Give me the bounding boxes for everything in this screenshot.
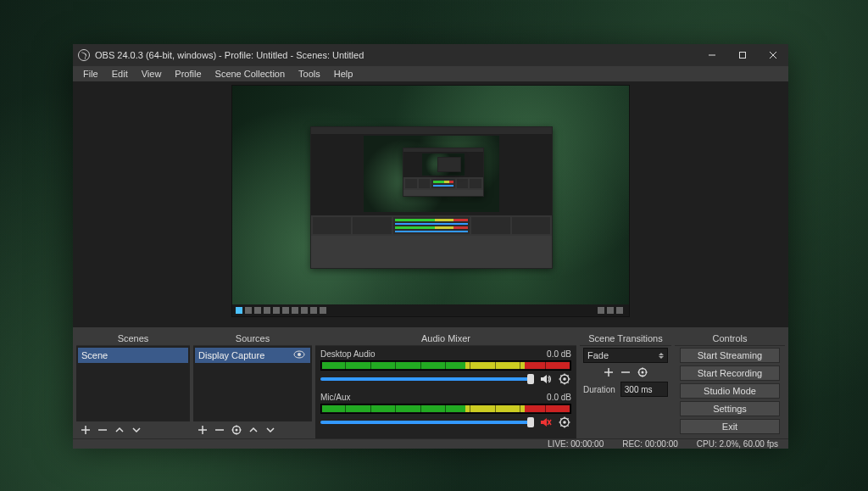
scene-item[interactable]: Scene bbox=[78, 348, 188, 363]
svg-marker-29 bbox=[541, 418, 547, 427]
menu-help[interactable]: Help bbox=[327, 66, 360, 81]
minimize-button[interactable] bbox=[697, 44, 727, 66]
mixer-channel-name: Desktop Audio bbox=[320, 349, 376, 359]
svg-point-46 bbox=[642, 371, 644, 374]
status-rec: REC: 00:00:00 bbox=[622, 439, 678, 449]
duration-input[interactable]: 300 ms bbox=[620, 382, 668, 397]
volume-slider[interactable] bbox=[320, 421, 534, 424]
menu-view[interactable]: View bbox=[135, 66, 169, 81]
gear-icon[interactable] bbox=[558, 416, 571, 429]
volume-meter bbox=[320, 360, 571, 371]
controls-panel: Controls Start Streaming Start Recording… bbox=[675, 331, 785, 438]
menu-scene-collection[interactable]: Scene Collection bbox=[209, 66, 292, 81]
duration-label: Duration bbox=[583, 385, 615, 394]
svg-point-33 bbox=[563, 421, 566, 424]
scene-transitions-panel: Scene Transitions Fade Duration 300 ms bbox=[580, 331, 671, 438]
studio-mode-button[interactable]: Studio Mode bbox=[680, 383, 780, 399]
mixer-channel-db: 0.0 dB bbox=[547, 393, 571, 402]
window-title: OBS 24.0.3 (64-bit, windows) - Profile: … bbox=[95, 50, 697, 60]
duration-value: 300 ms bbox=[625, 385, 653, 394]
add-scene-button[interactable] bbox=[80, 424, 92, 436]
titlebar: OBS 24.0.3 (64-bit, windows) - Profile: … bbox=[73, 44, 788, 66]
source-move-down-button[interactable] bbox=[264, 424, 276, 436]
scenes-toolbar bbox=[76, 421, 190, 438]
status-live: LIVE: 00:00:00 bbox=[548, 439, 604, 449]
transition-selected-label: Fade bbox=[587, 350, 609, 360]
menubar: File Edit View Profile Scene Collection … bbox=[73, 66, 788, 81]
visibility-toggle-icon[interactable] bbox=[292, 350, 307, 360]
close-button[interactable] bbox=[758, 44, 788, 66]
sources-header: Sources bbox=[193, 331, 312, 346]
start-recording-button[interactable]: Start Recording bbox=[680, 365, 780, 381]
transition-select[interactable]: Fade bbox=[583, 348, 668, 363]
start-streaming-button[interactable]: Start Streaming bbox=[680, 348, 780, 363]
svg-marker-18 bbox=[541, 375, 547, 383]
preview-canvas[interactable] bbox=[231, 85, 630, 317]
dock: Scenes Scene Sources Display Capture bbox=[73, 327, 788, 438]
volume-slider[interactable] bbox=[320, 377, 534, 381]
captured-taskbar bbox=[232, 304, 629, 316]
source-item[interactable]: Display Capture bbox=[195, 348, 310, 363]
svg-point-13 bbox=[236, 429, 238, 432]
controls-header: Controls bbox=[675, 331, 785, 346]
sources-list[interactable]: Display Capture bbox=[193, 346, 312, 421]
audio-mixer-body: Desktop Audio 0.0 dB bbox=[315, 346, 576, 438]
gear-icon[interactable] bbox=[558, 372, 571, 386]
mixer-channel-name: Mic/Aux bbox=[320, 393, 351, 402]
speaker-icon[interactable] bbox=[539, 372, 553, 386]
sources-toolbar bbox=[193, 421, 312, 438]
transition-properties-button[interactable] bbox=[637, 366, 648, 378]
mixer-channel-mic: Mic/Aux 0.0 dB bbox=[317, 391, 575, 434]
svg-point-8 bbox=[298, 353, 301, 356]
remove-source-button[interactable] bbox=[214, 424, 225, 436]
obs-window: OBS 24.0.3 (64-bit, windows) - Profile: … bbox=[73, 44, 788, 439]
exit-button[interactable]: Exit bbox=[680, 419, 780, 434]
settings-button[interactable]: Settings bbox=[680, 401, 780, 416]
scene-item-label: Scene bbox=[81, 350, 108, 360]
scene-transitions-header: Scene Transitions bbox=[580, 331, 671, 346]
add-source-button[interactable] bbox=[197, 424, 209, 436]
preview-area bbox=[73, 81, 788, 327]
mixer-channel-db: 0.0 dB bbox=[547, 349, 571, 359]
status-cpu: CPU: 2.0%, 60.00 fps bbox=[697, 439, 778, 449]
source-item-label: Display Capture bbox=[198, 350, 264, 360]
source-move-up-button[interactable] bbox=[248, 424, 259, 436]
menu-edit[interactable]: Edit bbox=[105, 66, 135, 81]
nested-desktop-capture bbox=[310, 126, 553, 269]
scenes-list[interactable]: Scene bbox=[76, 346, 190, 421]
audio-mixer-panel: Audio Mixer Desktop Audio 0.0 dB bbox=[315, 331, 576, 438]
audio-mixer-header: Audio Mixer bbox=[315, 331, 576, 346]
source-properties-button[interactable] bbox=[231, 424, 242, 436]
menu-tools[interactable]: Tools bbox=[292, 66, 327, 81]
chevron-updown-icon bbox=[659, 353, 664, 359]
scene-move-down-button[interactable] bbox=[131, 424, 142, 436]
remove-scene-button[interactable] bbox=[97, 424, 108, 436]
remove-transition-button[interactable] bbox=[620, 366, 632, 378]
scenes-panel: Scenes Scene bbox=[76, 331, 190, 438]
obs-app-icon bbox=[78, 49, 90, 61]
svg-rect-1 bbox=[740, 53, 746, 59]
scene-move-up-button[interactable] bbox=[114, 424, 125, 436]
maximize-button[interactable] bbox=[727, 44, 758, 66]
sources-panel: Sources Display Capture bbox=[193, 331, 312, 438]
scenes-header: Scenes bbox=[76, 331, 190, 346]
speaker-muted-icon[interactable] bbox=[539, 416, 553, 429]
statusbar: LIVE: 00:00:00 REC: 00:00:00 CPU: 2.0%, … bbox=[73, 438, 788, 449]
menu-profile[interactable]: Profile bbox=[168, 66, 208, 81]
svg-point-20 bbox=[563, 377, 566, 381]
menu-file[interactable]: File bbox=[76, 66, 105, 81]
add-transition-button[interactable] bbox=[603, 366, 615, 378]
mixer-channel-desktop: Desktop Audio 0.0 dB bbox=[317, 348, 575, 391]
volume-meter bbox=[320, 404, 571, 414]
